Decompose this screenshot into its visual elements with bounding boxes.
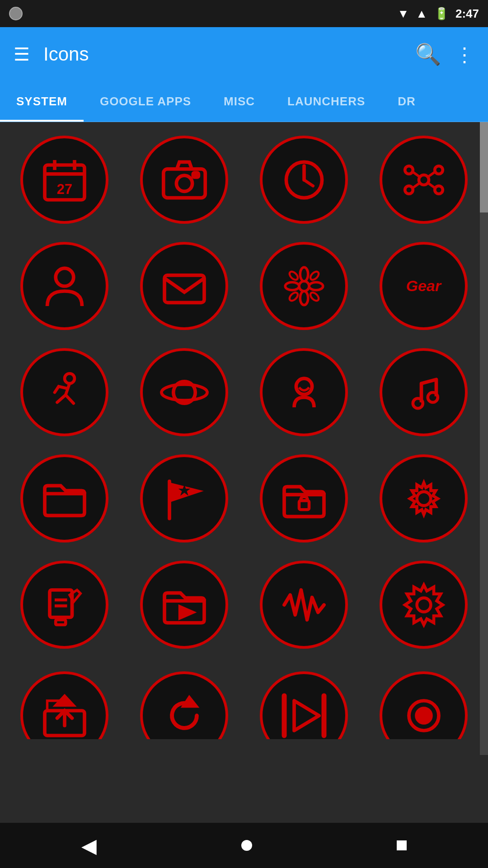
audio-wave-icon[interactable] [249,561,359,649]
secure-folder-icon[interactable] [249,454,359,542]
svg-marker-50 [184,698,195,706]
svg-line-19 [427,183,434,188]
svg-point-29 [288,291,299,302]
bottom-nav: ◀ [0,823,488,868]
partial-icons-row [0,662,488,739]
svg-point-40 [417,491,431,505]
person-icon[interactable] [9,242,120,330]
svg-point-33 [161,384,207,400]
svg-marker-45 [180,607,192,617]
play-icon[interactable] [249,671,359,739]
status-left [9,7,23,20]
wifi-icon: ▼ [397,7,409,21]
recents-button[interactable] [397,840,407,850]
svg-point-35 [413,398,422,408]
folder-icon[interactable] [9,454,120,542]
svg-line-18 [413,183,419,188]
battery-icon: 🔋 [434,7,449,21]
record-icon[interactable] [368,671,479,739]
tab-system[interactable]: SYSTEM [0,81,84,122]
status-bar: ▼ ▲ 🔋 2:47 [0,0,488,27]
flag-star-icon[interactable] [129,454,239,542]
tab-launchers[interactable]: LAUNCHERS [271,81,381,122]
more-button[interactable]: ⋮ [455,43,474,66]
svg-point-6 [176,175,192,191]
app-bar: ☰ Icons 🔍 ⋮ [0,27,488,81]
time-display: 2:47 [455,7,479,21]
camera-icon[interactable] [129,136,239,224]
svg-line-10 [304,180,313,186]
flower-icon[interactable] [249,242,359,330]
svg-point-11 [419,175,429,185]
home-button[interactable] [241,840,252,851]
svg-text:27: 27 [56,181,72,197]
signal-icon: ▲ [416,7,427,21]
svg-line-16 [413,172,419,177]
tab-bar: SYSTEM GOOGLE APPS MISC LAUNCHERS DR [0,81,488,122]
svg-rect-21 [164,275,204,302]
svg-point-13 [435,166,443,174]
svg-marker-49 [57,697,72,705]
svg-point-55 [417,708,431,722]
scrollbar-track [480,122,488,755]
music-icon[interactable] [368,348,479,436]
running-icon[interactable] [9,348,120,436]
svg-point-30 [309,291,320,302]
svg-point-22 [299,281,309,291]
tab-dr[interactable]: DR [381,81,432,122]
tab-misc[interactable]: MISC [207,81,271,122]
planet-icon[interactable] [129,348,239,436]
svg-point-26 [309,282,323,290]
svg-point-34 [296,378,312,394]
scrollbar-thumb[interactable] [480,122,488,212]
gear-text-icon[interactable]: Gear [368,242,479,330]
settings2-icon[interactable] [368,561,479,649]
app-title: Icons [43,43,402,65]
svg-point-15 [435,186,443,194]
svg-rect-42 [56,620,66,625]
back-button[interactable]: ◀ [81,834,97,857]
export-icon[interactable] [9,671,120,739]
email-icon[interactable] [129,242,239,330]
svg-point-28 [309,270,320,281]
svg-point-20 [56,268,74,286]
settings-gear-icon[interactable] [368,454,479,542]
svg-point-23 [300,267,308,281]
camera-indicator [9,7,23,20]
video-folder-icon[interactable] [129,561,239,649]
tab-google-apps[interactable]: GOOGLE APPS [84,81,207,122]
svg-point-46 [417,598,431,612]
svg-point-25 [285,282,299,290]
svg-rect-7 [193,173,198,177]
calendar-27-icon[interactable]: 27 [9,136,120,224]
clock-icon[interactable] [249,136,359,224]
health-icon[interactable] [249,348,359,436]
svg-point-24 [300,291,308,305]
menu-button[interactable]: ☰ [14,44,30,65]
icons-grid: 27 [0,122,488,662]
svg-rect-39 [299,500,309,509]
search-button[interactable]: 🔍 [415,42,441,66]
network-icon[interactable] [368,136,479,224]
svg-marker-51 [294,701,319,731]
status-right: ▼ ▲ 🔋 2:47 [397,7,479,21]
svg-point-36 [427,392,437,402]
svg-point-27 [288,270,299,281]
svg-point-12 [405,166,413,174]
svg-point-14 [405,186,413,194]
svg-line-17 [427,172,434,177]
refresh-icon[interactable] [129,671,239,739]
paint-icon[interactable] [9,561,120,649]
